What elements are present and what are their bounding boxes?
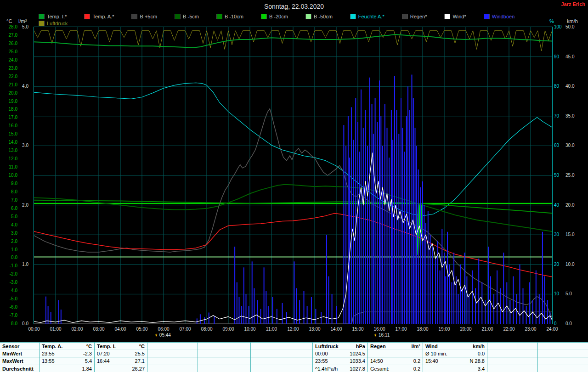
tick-rain: 2.0: [19, 203, 28, 208]
legend-item-b-20cm: B -20cm: [261, 14, 288, 19]
time-label-1700: 17:00: [391, 327, 411, 332]
tick-temp: -4.0: [0, 288, 17, 293]
stats-text: 1033.4: [350, 358, 365, 364]
legend-label: Feuchte A.*: [358, 14, 384, 19]
right-axis-unit-percent: %: [549, 18, 554, 24]
stats-cell: [198, 365, 250, 372]
tick-percent: 80: [554, 84, 566, 89]
stats-text: 25.5: [135, 351, 145, 356]
sun-marker-time: 05:44: [159, 333, 171, 338]
stats-col-regen: Regenl/m²14:500.2Gesamt:0.2: [368, 343, 423, 372]
stats-text: Gesamt:: [370, 366, 390, 372]
stats-cell: LuftdruckhPa: [313, 343, 368, 350]
chart-plot-area[interactable]: [34, 27, 552, 324]
legend-label: B -20cm: [269, 14, 288, 19]
stats-text: 16:44: [97, 358, 110, 364]
tick-kmh: 5.0: [565, 291, 580, 297]
stats-cell: Temp. A.°C: [40, 343, 94, 350]
tick-temp: 26.0: [0, 41, 17, 46]
legend-swatch-temp-i: [39, 14, 45, 19]
stats-text: 1027.8: [350, 366, 365, 372]
tick-percent: 90: [554, 54, 566, 60]
tick-percent: 40: [554, 203, 566, 208]
legend-item-luftdruck: Luftdruck: [39, 21, 68, 26]
stats-text: ^1.4hPa/h: [315, 366, 338, 372]
legend-item-wind: Wind*: [444, 14, 466, 19]
tick-kmh: 30.0: [565, 143, 580, 148]
tick-temp: 13.0: [0, 148, 17, 153]
stats-cell: [147, 350, 198, 357]
legend-item-b-5cm: B -5cm: [175, 14, 199, 19]
stats-cell: [368, 350, 423, 357]
stats-cell: [147, 358, 198, 365]
stats-cell: [198, 350, 250, 357]
legend-row-1: Temp. I.*Temp. A.*B +5cmB -5cmB -10cmB -…: [39, 14, 514, 19]
legend-item-windb-en: Windböen: [484, 14, 515, 19]
legend-swatch-b-50cm: [305, 14, 311, 19]
tick-kmh: 50.0: [565, 24, 580, 30]
stats-cell: 16:4427.1: [95, 358, 147, 365]
chart-canvas: [34, 27, 552, 324]
tick-temp: 5.0: [0, 214, 17, 220]
time-label-1100: 11:00: [261, 327, 282, 332]
stats-text: 26.27: [132, 366, 145, 372]
legend-swatch-windb-en: [484, 14, 490, 19]
left-axis-unit-rain: l/m²: [18, 18, 27, 24]
time-label-0500: 05:00: [132, 327, 152, 332]
tick-temp: 20.0: [0, 90, 17, 96]
time-label-0700: 07:00: [175, 327, 195, 332]
time-label-1400: 14:00: [326, 327, 346, 332]
stats-cell: 3.4: [423, 365, 487, 372]
legend-label: B -50cm: [314, 14, 333, 19]
tick-temp: -6.0: [0, 304, 17, 310]
tick-temp: 3.0: [0, 231, 17, 236]
stats-text: MaxWert: [2, 358, 23, 364]
sun-marker-1611: ☀16:11: [373, 333, 390, 338]
stats-text: 3.4: [478, 366, 485, 372]
tick-percent: 0: [554, 321, 566, 327]
legend-swatch-regen: [402, 14, 408, 19]
legend-label: Windböen: [492, 14, 515, 19]
stats-cell: Temp. I.°C: [95, 343, 147, 350]
stats-cell: MinWert: [0, 350, 39, 357]
stats-col-empty: [147, 343, 198, 372]
stats-cell: 23:55-2.3: [40, 350, 94, 357]
legend-item-b-50cm: B -50cm: [305, 14, 333, 19]
page-title: Sonntag, 22.03.2020: [0, 3, 588, 10]
stats-col-luftdruck: LuftdruckhPa00:001024.523:551033.4^1.4hP…: [312, 343, 368, 372]
legend-row-2: Luftdruck: [39, 21, 68, 26]
legend-swatch-b-5cm: [175, 14, 181, 19]
time-label-1500: 15:00: [348, 327, 368, 332]
stats-text: Luftdruck: [315, 344, 339, 349]
tick-temp: 8.0: [0, 189, 17, 195]
time-label-2100: 21:00: [477, 327, 498, 332]
stats-cell: Durchschnitt: [0, 365, 39, 372]
legend-swatch-b-20cm: [261, 14, 267, 19]
stats-text: 1024.5: [350, 351, 365, 356]
tick-percent: 20: [554, 262, 566, 267]
tick-temp: -8.0: [0, 321, 17, 327]
tick-rain: 0.0: [19, 321, 28, 327]
stats-cell: [538, 350, 588, 357]
legend-label: Wind*: [452, 14, 466, 19]
stats-cell: [487, 343, 537, 350]
sun-marker-time: 16:11: [379, 333, 390, 338]
legend-swatch-feuchte-a: [350, 14, 356, 19]
time-label-1300: 13:00: [305, 327, 325, 332]
tick-percent: 70: [554, 113, 566, 119]
tick-temp: 0.0: [0, 255, 17, 260]
time-label-0100: 01:00: [45, 327, 66, 332]
legend-item-b-10cm: B -10cm: [216, 14, 243, 19]
legend-label: B -5cm: [183, 14, 199, 19]
tick-temp: 12.0: [0, 156, 17, 162]
stats-cell: Sensor: [0, 343, 39, 350]
stats-text: km/h: [473, 344, 485, 349]
stats-text: 23:55: [42, 351, 55, 356]
tick-kmh: 40.0: [565, 84, 580, 89]
time-label-0200: 02:00: [67, 327, 87, 332]
tick-temp: 27.0: [0, 33, 17, 38]
tick-kmh: 20.0: [565, 203, 580, 208]
stats-text: hPa: [356, 344, 365, 349]
legend-item-regen: Regen*: [402, 14, 427, 19]
stats-cell: Regenl/m²: [368, 343, 423, 350]
